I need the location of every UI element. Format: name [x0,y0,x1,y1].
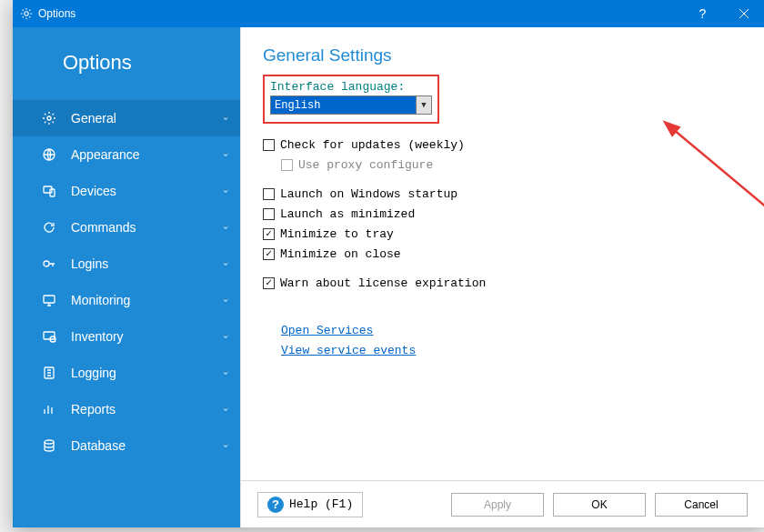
check-proxy-row: Use proxy configure [281,158,742,172]
checkbox-checked[interactable]: ✓ [263,228,275,240]
apply-button[interactable]: Apply [451,493,544,517]
check-minimize-close-row[interactable]: ✓ Minimize on close [263,247,742,261]
svg-rect-6 [44,296,55,303]
check-warn-license-row[interactable]: ✓ Warn about license expiration [263,276,742,290]
chevron-right-icon: › [221,116,231,119]
checkbox-checked[interactable]: ✓ [263,248,275,260]
sidebar-item-label: Logging [71,366,225,380]
monitor-icon [40,293,58,307]
chevron-right-icon: › [221,189,231,192]
svg-rect-7 [44,332,55,339]
checkbox-unchecked[interactable] [263,208,275,220]
chevron-right-icon: › [221,371,231,374]
sidebar-item-label: Monitoring [71,293,225,307]
titlebar: Options ? [13,0,764,27]
refresh-icon [40,220,58,235]
link-view-events[interactable]: View service events [281,344,742,357]
sidebar-item-appearance[interactable]: Appearance › [13,136,240,173]
sidebar-header: Options [13,35,240,100]
chevron-right-icon: › [221,298,231,301]
svg-point-1 [47,116,51,120]
chevron-right-icon: › [221,335,231,337]
key-icon [40,256,58,271]
checkbox-checked[interactable]: ✓ [263,277,275,289]
chevron-right-icon: › [221,153,231,156]
chevron-right-icon: › [221,226,231,228]
gear-icon [40,111,58,125]
sidebar-item-reports[interactable]: Reports › [13,391,240,427]
svg-point-5 [44,261,49,266]
sidebar-item-label: Database [71,438,225,453]
cancel-button[interactable]: Cancel [655,493,748,517]
sidebar-item-devices[interactable]: Devices › [13,173,240,209]
check-updates-row[interactable]: Check for updates (weekly) [263,138,742,152]
check-launch-startup-row[interactable]: Launch on Windows startup [263,187,742,201]
language-select[interactable]: English ▼ [270,95,432,115]
sidebar: Options General › Appearance › Devices ›… [13,27,240,527]
content-panel: General Settings Interface language: Eng… [240,27,764,527]
sidebar-item-monitoring[interactable]: Monitoring › [13,282,240,318]
svg-point-0 [25,12,28,15]
checkbox-unchecked[interactable] [263,188,275,200]
sidebar-item-label: Appearance [71,147,225,162]
footer: ? Help (F1) Apply OK Cancel [241,480,764,527]
checkbox-unchecked[interactable] [263,139,275,151]
check-minimize-tray-row[interactable]: ✓ Minimize to tray [263,227,742,241]
reports-icon [40,402,58,417]
sidebar-item-label: Commands [71,220,225,235]
sidebar-item-label: Reports [71,402,225,417]
help-button[interactable]: ? [682,0,723,27]
annotation-highlight-box: Interface language: English ▼ [263,75,439,124]
sidebar-item-label: Devices [71,184,225,198]
globe-icon [40,147,58,162]
sidebar-item-inventory[interactable]: Inventory › [13,318,240,355]
sidebar-item-commands[interactable]: Commands › [13,209,240,246]
chevron-right-icon: › [221,444,231,447]
inventory-icon [40,329,58,344]
close-button[interactable] [723,0,764,27]
chevron-right-icon: › [221,262,231,265]
sidebar-item-label: Inventory [71,329,225,344]
svg-point-10 [45,440,54,444]
check-launch-minimized-row[interactable]: Launch as minimized [263,207,742,221]
chevron-right-icon: › [221,407,231,410]
app-icon [20,7,33,20]
options-dialog: Options ? Options General › Appearance › [13,0,764,527]
sidebar-item-logins[interactable]: Logins › [13,246,240,282]
help-f1-button[interactable]: ? Help (F1) [257,492,363,517]
checkbox-disabled [281,159,293,171]
devices-icon [40,184,58,198]
sidebar-item-label: General [71,111,225,125]
dropdown-arrow-icon: ▼ [416,96,431,114]
page-title: General Settings [263,45,742,65]
logging-icon [40,366,58,380]
language-label: Interface language: [270,80,432,94]
database-icon [40,438,58,453]
language-value: English [275,99,320,112]
help-icon: ? [267,497,284,513]
link-open-services[interactable]: Open Services [281,324,742,337]
window-title: Options [38,7,682,20]
sidebar-item-database[interactable]: Database › [13,427,240,464]
sidebar-item-general[interactable]: General › [13,100,240,136]
ok-button[interactable]: OK [553,493,646,517]
sidebar-item-label: Logins [71,256,225,271]
sidebar-item-logging[interactable]: Logging › [13,355,240,391]
